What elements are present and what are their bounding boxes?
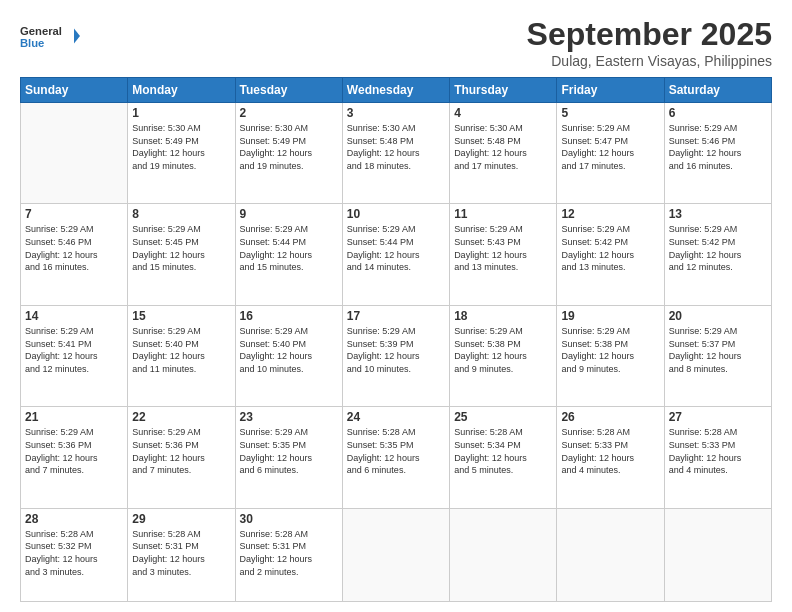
day-number: 23 xyxy=(240,410,338,424)
day-info: Sunrise: 5:29 AM Sunset: 5:46 PM Dayligh… xyxy=(25,223,123,273)
day-info: Sunrise: 5:28 AM Sunset: 5:34 PM Dayligh… xyxy=(454,426,552,476)
table-row: 1Sunrise: 5:30 AM Sunset: 5:49 PM Daylig… xyxy=(128,103,235,204)
day-info: Sunrise: 5:30 AM Sunset: 5:48 PM Dayligh… xyxy=(454,122,552,172)
day-number: 20 xyxy=(669,309,767,323)
header-friday: Friday xyxy=(557,78,664,103)
table-row xyxy=(557,508,664,601)
table-row: 17Sunrise: 5:29 AM Sunset: 5:39 PM Dayli… xyxy=(342,305,449,406)
title-block: September 2025 Dulag, Eastern Visayas, P… xyxy=(527,16,772,69)
table-row xyxy=(450,508,557,601)
table-row: 29Sunrise: 5:28 AM Sunset: 5:31 PM Dayli… xyxy=(128,508,235,601)
day-info: Sunrise: 5:29 AM Sunset: 5:38 PM Dayligh… xyxy=(454,325,552,375)
table-row: 12Sunrise: 5:29 AM Sunset: 5:42 PM Dayli… xyxy=(557,204,664,305)
day-number: 27 xyxy=(669,410,767,424)
day-info: Sunrise: 5:30 AM Sunset: 5:49 PM Dayligh… xyxy=(132,122,230,172)
day-number: 2 xyxy=(240,106,338,120)
day-number: 24 xyxy=(347,410,445,424)
day-number: 14 xyxy=(25,309,123,323)
location: Dulag, Eastern Visayas, Philippines xyxy=(527,53,772,69)
day-info: Sunrise: 5:29 AM Sunset: 5:36 PM Dayligh… xyxy=(25,426,123,476)
day-info: Sunrise: 5:29 AM Sunset: 5:47 PM Dayligh… xyxy=(561,122,659,172)
day-number: 21 xyxy=(25,410,123,424)
day-number: 30 xyxy=(240,512,338,526)
day-number: 12 xyxy=(561,207,659,221)
svg-text:Blue: Blue xyxy=(20,37,44,49)
table-row: 16Sunrise: 5:29 AM Sunset: 5:40 PM Dayli… xyxy=(235,305,342,406)
table-row: 26Sunrise: 5:28 AM Sunset: 5:33 PM Dayli… xyxy=(557,407,664,508)
day-number: 8 xyxy=(132,207,230,221)
table-row: 27Sunrise: 5:28 AM Sunset: 5:33 PM Dayli… xyxy=(664,407,771,508)
day-number: 17 xyxy=(347,309,445,323)
table-row: 22Sunrise: 5:29 AM Sunset: 5:36 PM Dayli… xyxy=(128,407,235,508)
table-row: 23Sunrise: 5:29 AM Sunset: 5:35 PM Dayli… xyxy=(235,407,342,508)
day-info: Sunrise: 5:29 AM Sunset: 5:38 PM Dayligh… xyxy=(561,325,659,375)
table-row: 9Sunrise: 5:29 AM Sunset: 5:44 PM Daylig… xyxy=(235,204,342,305)
day-info: Sunrise: 5:29 AM Sunset: 5:44 PM Dayligh… xyxy=(240,223,338,273)
table-row: 10Sunrise: 5:29 AM Sunset: 5:44 PM Dayli… xyxy=(342,204,449,305)
day-number: 15 xyxy=(132,309,230,323)
day-info: Sunrise: 5:30 AM Sunset: 5:49 PM Dayligh… xyxy=(240,122,338,172)
header-monday: Monday xyxy=(128,78,235,103)
table-row: 21Sunrise: 5:29 AM Sunset: 5:36 PM Dayli… xyxy=(21,407,128,508)
day-number: 6 xyxy=(669,106,767,120)
table-row: 11Sunrise: 5:29 AM Sunset: 5:43 PM Dayli… xyxy=(450,204,557,305)
day-info: Sunrise: 5:29 AM Sunset: 5:43 PM Dayligh… xyxy=(454,223,552,273)
day-number: 28 xyxy=(25,512,123,526)
month-title: September 2025 xyxy=(527,16,772,53)
calendar-table: Sunday Monday Tuesday Wednesday Thursday… xyxy=(20,77,772,602)
table-row: 14Sunrise: 5:29 AM Sunset: 5:41 PM Dayli… xyxy=(21,305,128,406)
table-row: 8Sunrise: 5:29 AM Sunset: 5:45 PM Daylig… xyxy=(128,204,235,305)
day-info: Sunrise: 5:29 AM Sunset: 5:40 PM Dayligh… xyxy=(132,325,230,375)
table-row: 3Sunrise: 5:30 AM Sunset: 5:48 PM Daylig… xyxy=(342,103,449,204)
day-number: 5 xyxy=(561,106,659,120)
day-number: 3 xyxy=(347,106,445,120)
header-tuesday: Tuesday xyxy=(235,78,342,103)
day-number: 25 xyxy=(454,410,552,424)
day-number: 19 xyxy=(561,309,659,323)
day-info: Sunrise: 5:28 AM Sunset: 5:31 PM Dayligh… xyxy=(240,528,338,578)
day-number: 7 xyxy=(25,207,123,221)
header-sunday: Sunday xyxy=(21,78,128,103)
day-info: Sunrise: 5:29 AM Sunset: 5:41 PM Dayligh… xyxy=(25,325,123,375)
day-info: Sunrise: 5:28 AM Sunset: 5:35 PM Dayligh… xyxy=(347,426,445,476)
day-info: Sunrise: 5:28 AM Sunset: 5:33 PM Dayligh… xyxy=(669,426,767,476)
table-row: 28Sunrise: 5:28 AM Sunset: 5:32 PM Dayli… xyxy=(21,508,128,601)
table-row: 30Sunrise: 5:28 AM Sunset: 5:31 PM Dayli… xyxy=(235,508,342,601)
day-info: Sunrise: 5:28 AM Sunset: 5:32 PM Dayligh… xyxy=(25,528,123,578)
day-number: 9 xyxy=(240,207,338,221)
table-row: 6Sunrise: 5:29 AM Sunset: 5:46 PM Daylig… xyxy=(664,103,771,204)
table-row xyxy=(21,103,128,204)
logo: General Blue xyxy=(20,16,80,56)
day-info: Sunrise: 5:29 AM Sunset: 5:42 PM Dayligh… xyxy=(561,223,659,273)
table-row xyxy=(664,508,771,601)
day-number: 10 xyxy=(347,207,445,221)
table-row: 15Sunrise: 5:29 AM Sunset: 5:40 PM Dayli… xyxy=(128,305,235,406)
day-number: 22 xyxy=(132,410,230,424)
table-row xyxy=(342,508,449,601)
table-row: 5Sunrise: 5:29 AM Sunset: 5:47 PM Daylig… xyxy=(557,103,664,204)
table-row: 20Sunrise: 5:29 AM Sunset: 5:37 PM Dayli… xyxy=(664,305,771,406)
day-number: 18 xyxy=(454,309,552,323)
day-info: Sunrise: 5:29 AM Sunset: 5:46 PM Dayligh… xyxy=(669,122,767,172)
header-saturday: Saturday xyxy=(664,78,771,103)
page: General Blue September 2025 Dulag, Easte… xyxy=(0,0,792,612)
weekday-header-row: Sunday Monday Tuesday Wednesday Thursday… xyxy=(21,78,772,103)
header: General Blue September 2025 Dulag, Easte… xyxy=(20,16,772,69)
day-number: 4 xyxy=(454,106,552,120)
header-wednesday: Wednesday xyxy=(342,78,449,103)
header-thursday: Thursday xyxy=(450,78,557,103)
day-info: Sunrise: 5:28 AM Sunset: 5:33 PM Dayligh… xyxy=(561,426,659,476)
table-row: 24Sunrise: 5:28 AM Sunset: 5:35 PM Dayli… xyxy=(342,407,449,508)
day-number: 13 xyxy=(669,207,767,221)
day-info: Sunrise: 5:29 AM Sunset: 5:44 PM Dayligh… xyxy=(347,223,445,273)
table-row: 19Sunrise: 5:29 AM Sunset: 5:38 PM Dayli… xyxy=(557,305,664,406)
table-row: 18Sunrise: 5:29 AM Sunset: 5:38 PM Dayli… xyxy=(450,305,557,406)
day-info: Sunrise: 5:29 AM Sunset: 5:45 PM Dayligh… xyxy=(132,223,230,273)
table-row: 7Sunrise: 5:29 AM Sunset: 5:46 PM Daylig… xyxy=(21,204,128,305)
day-info: Sunrise: 5:29 AM Sunset: 5:36 PM Dayligh… xyxy=(132,426,230,476)
day-info: Sunrise: 5:29 AM Sunset: 5:40 PM Dayligh… xyxy=(240,325,338,375)
day-number: 16 xyxy=(240,309,338,323)
day-info: Sunrise: 5:29 AM Sunset: 5:37 PM Dayligh… xyxy=(669,325,767,375)
day-info: Sunrise: 5:29 AM Sunset: 5:42 PM Dayligh… xyxy=(669,223,767,273)
table-row: 4Sunrise: 5:30 AM Sunset: 5:48 PM Daylig… xyxy=(450,103,557,204)
